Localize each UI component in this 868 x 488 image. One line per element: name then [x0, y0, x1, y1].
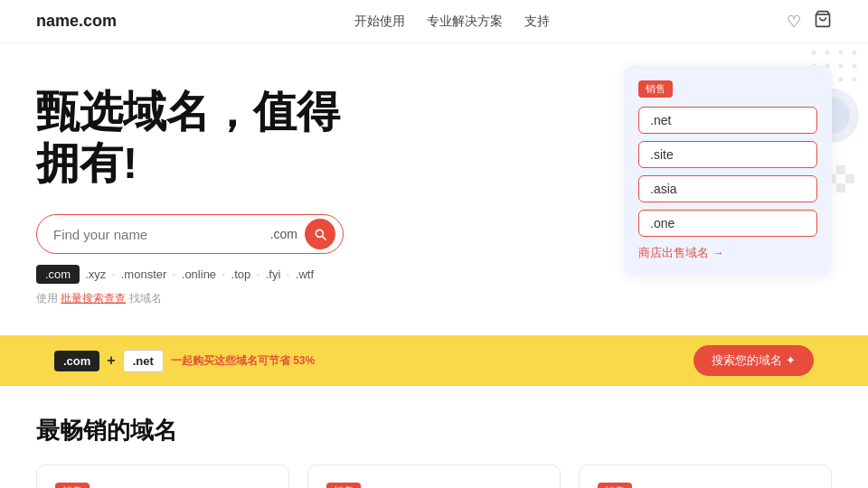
nav-support[interactable]: 支持 [524, 14, 550, 30]
main-nav: 开始使用 专业解决方案 支持 [354, 14, 550, 30]
tag-xyz[interactable]: .xyz [85, 267, 106, 281]
promo-tag-com: .com [54, 351, 99, 371]
card-xyz-badge: 销售 [326, 483, 361, 488]
tag-top[interactable]: .top [231, 267, 251, 281]
promo-desc: 一起购买这些域名可节省 53% [171, 353, 315, 369]
shop-link[interactable]: 商店出售域名 → [638, 246, 724, 259]
svg-point-12 [853, 78, 857, 82]
svg-point-1 [812, 51, 816, 55]
svg-rect-22 [836, 183, 845, 192]
bestselling-title: 最畅销的域名 [36, 415, 832, 446]
promo-discount: 53% [293, 354, 315, 367]
logo: name.com [36, 12, 117, 31]
bulk-search-hint: 使用 批量搜索查查 找域名 [36, 291, 832, 306]
svg-point-3 [839, 51, 844, 55]
sale-domain-one[interactable]: .one [638, 210, 817, 237]
domain-card-xyz: 销售 .xyz 功能强、故障低、用户广、行业多 / 第一年 搜索 .xyz [307, 465, 561, 488]
search-button[interactable] [305, 219, 335, 249]
svg-point-11 [839, 78, 844, 82]
bulk-search-link[interactable]: 批量搜索查查 [61, 292, 126, 305]
svg-rect-18 [836, 165, 845, 174]
search-suffix: .com [270, 227, 297, 241]
cart-icon[interactable] [814, 10, 832, 33]
tag-com[interactable]: .com [36, 265, 80, 284]
sale-domain-site[interactable]: .site [638, 141, 817, 168]
domain-card-monster: 销售 .monster 理想空间，释放无限想象力 / 第一年 搜索 .monst… [579, 465, 832, 488]
svg-rect-20 [845, 174, 854, 183]
svg-point-4 [853, 51, 857, 55]
card-com-badge: 销售 [55, 483, 90, 488]
sale-domains-panel: 销售 .net .site .asia .one 商店出售域名 → [624, 65, 832, 276]
search-input[interactable] [53, 227, 270, 242]
svg-point-2 [826, 51, 830, 55]
promo-plus: + [107, 352, 115, 369]
svg-point-7 [839, 64, 844, 69]
promo-tag-net: .net [123, 350, 164, 372]
domain-card-com: 销售 .com 最资深的通用顶级域名，全球数百万企业与个人在用 / 第一年 搜索… [36, 465, 289, 488]
tag-monster[interactable]: .monster [121, 267, 167, 281]
nav-professional[interactable]: 专业解决方案 [427, 14, 503, 30]
tag-online[interactable]: .online [182, 267, 216, 281]
sale-badge: 销售 [638, 80, 673, 98]
bestselling-section: 最畅销的域名 销售 .com 最资深的通用顶级域名，全球数百万企业与个人在用 /… [0, 386, 868, 488]
nav-get-started[interactable]: 开始使用 [354, 14, 405, 30]
promo-bar: .com + .net 一起购买这些域名可节省 53% 搜索您的域名 ✦ [0, 335, 868, 386]
sale-domain-net[interactable]: .net [638, 107, 817, 134]
promo-left: .com + .net 一起购买这些域名可节省 53% [54, 350, 315, 372]
heart-icon[interactable]: ♡ [787, 12, 801, 32]
header: name.com 开始使用 专业解决方案 支持 ♡ [0, 0, 868, 43]
domain-cards-row: 销售 .com 最资深的通用顶级域名，全球数百万企业与个人在用 / 第一年 搜索… [36, 465, 832, 488]
tag-fyi[interactable]: .fyi [266, 267, 281, 281]
tag-wtf[interactable]: .wtf [296, 267, 314, 281]
svg-point-8 [853, 64, 857, 69]
hero-section: 甄选域名，值得 拥有! .com .com .xyz · .monster · … [0, 43, 868, 335]
card-monster-badge: 销售 [598, 483, 632, 488]
promo-search-button[interactable]: 搜索您的域名 ✦ [693, 345, 814, 376]
sale-domain-asia[interactable]: .asia [638, 175, 817, 202]
hero-search-bar: .com [36, 214, 344, 254]
header-icons: ♡ [787, 10, 832, 33]
